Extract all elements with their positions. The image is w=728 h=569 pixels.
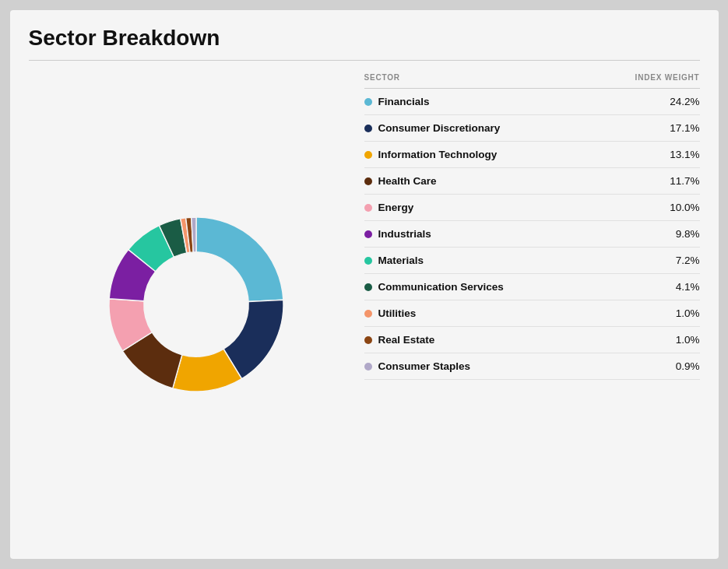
legend-value: 10.0% <box>670 202 699 213</box>
legend-row: Consumer Discretionary 17.1% <box>364 115 700 142</box>
legend-label: Utilities <box>378 307 417 319</box>
legend-label: Information Technology <box>378 149 498 160</box>
weight-column-header: INDEX WEIGHT <box>635 73 700 82</box>
legend-area: SECTOR INDEX WEIGHT Financials 24.2% Con… <box>364 68 700 539</box>
legend-value: 17.1% <box>670 122 699 134</box>
legend-left: Energy <box>364 202 414 213</box>
header-divider <box>29 60 700 61</box>
legend-label: Health Care <box>378 175 437 187</box>
legend-left: Consumer Discretionary <box>364 122 501 134</box>
legend-label: Energy <box>378 202 414 213</box>
legend-value: 4.1% <box>676 281 700 293</box>
legend-header: SECTOR INDEX WEIGHT <box>364 68 700 89</box>
legend-dot <box>364 177 372 185</box>
content-area: SECTOR INDEX WEIGHT Financials 24.2% Con… <box>29 68 700 539</box>
legend-dot <box>364 336 372 344</box>
legend-row: Materials 7.2% <box>364 248 700 274</box>
legend-value: 7.2% <box>676 255 700 266</box>
legend-left: Financials <box>364 96 430 107</box>
legend-left: Health Care <box>364 175 437 187</box>
legend-row: Information Technology 13.1% <box>364 142 700 168</box>
legend-label: Materials <box>378 255 424 266</box>
legend-left: Consumer Staples <box>364 360 471 372</box>
legend-value: 24.2% <box>670 96 699 107</box>
chart-area <box>29 68 364 539</box>
legend-row: Utilities 1.0% <box>364 300 700 327</box>
legend-row: Consumer Staples 0.9% <box>364 353 700 380</box>
legend-dot <box>364 363 372 371</box>
legend-dot <box>364 310 372 318</box>
page-title: Sector Breakdown <box>29 26 700 51</box>
legend-row: Financials 24.2% <box>364 89 700 115</box>
legend-value: 9.8% <box>676 228 700 240</box>
legend-dot <box>364 151 372 159</box>
legend-dot <box>364 257 372 265</box>
legend-row: Communication Services 4.1% <box>364 274 700 300</box>
legend-value: 13.1% <box>670 149 699 160</box>
legend-value: 11.7% <box>670 175 699 187</box>
legend-label: Industrials <box>378 228 431 240</box>
legend-row: Energy 10.0% <box>364 195 700 221</box>
legend-label: Communication Services <box>378 281 504 293</box>
legend-left: Communication Services <box>364 281 504 293</box>
legend-left: Information Technology <box>364 149 498 160</box>
legend-value: 1.0% <box>676 334 700 346</box>
legend-label: Real Estate <box>378 334 435 346</box>
donut-slice <box>196 217 283 302</box>
legend-dot <box>364 125 372 132</box>
legend-dot <box>364 230 372 238</box>
legend-row: Industrials 9.8% <box>364 221 700 248</box>
legend-dot <box>364 98 372 106</box>
legend-rows: Financials 24.2% Consumer Discretionary … <box>364 89 700 380</box>
legend-row: Health Care 11.7% <box>364 168 700 195</box>
legend-left: Utilities <box>364 307 417 319</box>
legend-row: Real Estate 1.0% <box>364 327 700 353</box>
legend-left: Real Estate <box>364 334 435 346</box>
legend-dot <box>364 204 372 212</box>
legend-left: Industrials <box>364 228 431 240</box>
donut-chart <box>87 195 305 413</box>
sector-column-header: SECTOR <box>364 73 400 82</box>
legend-value: 0.9% <box>676 360 700 372</box>
legend-label: Consumer Staples <box>378 360 471 372</box>
legend-dot <box>364 283 372 291</box>
legend-label: Financials <box>378 96 430 107</box>
legend-value: 1.0% <box>676 307 700 319</box>
legend-left: Materials <box>364 255 424 266</box>
legend-label: Consumer Discretionary <box>378 122 501 134</box>
sector-breakdown-card: Sector Breakdown SECTOR INDEX WEIGHT Fin… <box>10 10 719 559</box>
